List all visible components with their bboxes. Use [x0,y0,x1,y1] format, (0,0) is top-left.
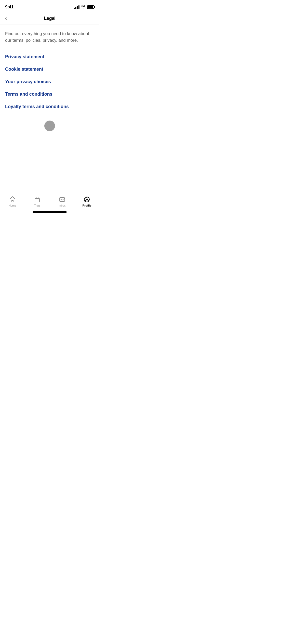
loading-indicator [44,121,55,131]
legal-links-list: Privacy statement Cookie statement Your … [5,51,94,113]
tab-trips[interactable]: Trips [25,196,50,207]
status-bar: 9:41 [0,0,99,13]
nav-header: ‹ Legal [0,13,99,24]
svg-rect-2 [60,198,65,201]
loyalty-terms-link[interactable]: Loyalty terms and conditions [5,100,94,113]
privacy-choices-link[interactable]: Your privacy choices [5,76,94,88]
back-button[interactable]: ‹ [5,16,7,21]
main-content: Find out everything you need to know abo… [0,24,99,137]
tab-inbox-label: Inbox [59,204,65,207]
svg-point-4 [86,198,88,200]
home-icon [9,196,16,203]
tab-profile-label: Profile [83,204,91,207]
tab-home-label: Home [9,204,16,207]
terms-conditions-link[interactable]: Terms and conditions [5,88,94,100]
page-title: Legal [44,16,56,21]
cookie-statement-link[interactable]: Cookie statement [5,63,94,76]
inbox-icon [59,196,66,203]
profile-icon [83,196,90,203]
tab-home[interactable]: Home [0,196,25,207]
tab-inbox[interactable]: Inbox [50,196,75,207]
battery-icon [87,5,94,9]
status-icons [74,5,94,9]
tab-profile[interactable]: Profile [75,196,100,207]
wifi-icon [81,5,86,9]
svg-rect-0 [35,198,39,202]
privacy-statement-link[interactable]: Privacy statement [5,51,94,63]
signal-icon [74,5,79,9]
home-indicator [33,211,67,213]
page-description: Find out everything you need to know abo… [5,31,94,43]
status-time: 9:41 [5,5,13,10]
trips-icon [34,196,41,203]
tab-trips-label: Trips [34,204,40,207]
